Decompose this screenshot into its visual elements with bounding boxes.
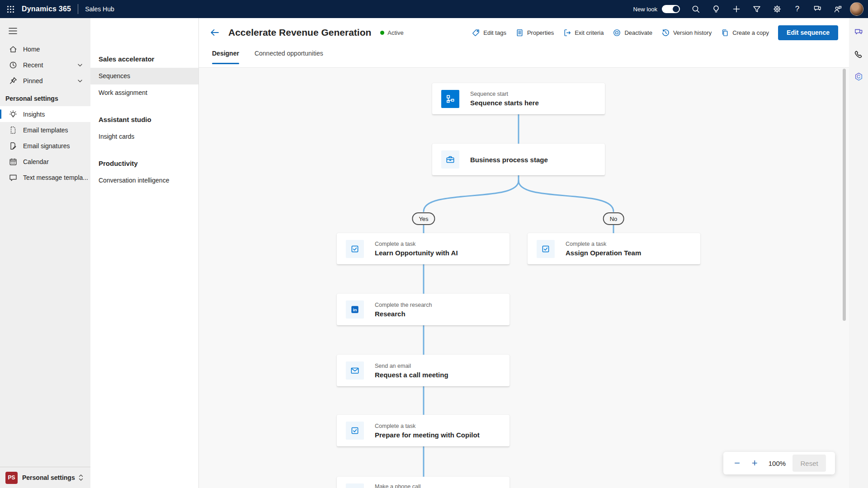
briefcase-icon <box>441 150 459 169</box>
sidebar-item-calendar[interactable]: Calendar <box>0 154 90 169</box>
settings-sub-panel: Sales accelerator Sequences Work assignm… <box>90 18 199 488</box>
help-icon[interactable]: ? <box>787 0 807 18</box>
node-subtitle: Complete the research <box>375 301 432 309</box>
node-title: Prepare for meeting with Copilot <box>375 430 480 440</box>
flow-node-sequence-start[interactable]: Sequence start Sequence starts here <box>432 83 605 114</box>
hamburger-menu-icon[interactable] <box>6 25 19 37</box>
group-header-productivity: Productivity <box>90 155 198 172</box>
edit-tags-button[interactable]: Edit tags <box>472 28 506 37</box>
app-name[interactable]: Sales Hub <box>85 5 114 13</box>
flow-node-research[interactable]: in Complete the research Research <box>337 294 509 325</box>
node-title: Assign Operation Team <box>566 248 641 258</box>
panel-item-sequences[interactable]: Sequences <box>90 68 198 84</box>
sidebar-item-label: Pinned <box>23 77 43 84</box>
create-copy-button[interactable]: Create a copy <box>721 28 769 37</box>
panel-item-work-assignment[interactable]: Work assignment <box>90 84 198 101</box>
group-header-sales-accelerator: Sales accelerator <box>90 51 198 68</box>
node-subtitle: Complete a task <box>566 240 641 248</box>
node-title: Sequence starts here <box>470 98 539 108</box>
tab-designer[interactable]: Designer <box>212 47 239 67</box>
tab-bar: Designer Connected opportunities <box>199 47 849 67</box>
zoom-out-button[interactable]: − <box>734 458 740 468</box>
email-signature-icon <box>9 141 18 150</box>
group-header-assistant-studio: Assistant studio <box>90 111 198 128</box>
search-icon[interactable] <box>685 0 706 18</box>
phone-dialer-icon[interactable] <box>853 49 864 60</box>
brand-title[interactable]: Dynamics 365 <box>22 5 71 13</box>
clock-icon <box>9 61 18 70</box>
panel-item-insight-cards[interactable]: Insight cards <box>90 128 198 145</box>
flow-node-prepare-meeting-copilot[interactable]: Complete a task Prepare for meeting with… <box>337 415 509 446</box>
sequence-designer-canvas[interactable]: Sequence start Sequence starts here Busi… <box>199 68 849 488</box>
lightbulb-icon[interactable] <box>706 0 726 18</box>
new-look-toggle[interactable] <box>662 5 680 13</box>
unfold-chevrons-icon[interactable] <box>78 474 84 482</box>
branch-label-yes[interactable]: Yes <box>412 212 435 225</box>
teams-chat-icon[interactable] <box>853 27 864 38</box>
flow-node-make-phone-call[interactable]: Make a phone call <box>337 477 509 488</box>
tab-connected-opportunities[interactable]: Connected opportunities <box>255 47 323 67</box>
copy-icon <box>721 28 729 37</box>
toolbar-label: Deactivate <box>624 29 652 36</box>
phone-call-icon <box>346 483 364 488</box>
zoom-reset-button[interactable]: Reset <box>793 455 826 472</box>
sidebar-item-text-message-templates[interactable]: Text message templa... <box>0 169 90 185</box>
share-person-icon[interactable] <box>828 0 848 18</box>
chevron-down-icon[interactable] <box>77 62 83 68</box>
sidebar-item-label: Text message templa... <box>23 174 88 181</box>
app-launcher-icon[interactable] <box>0 0 21 18</box>
topbar-divider <box>78 4 78 14</box>
toggle-knob <box>673 6 679 12</box>
zoom-in-button[interactable]: + <box>752 458 758 468</box>
left-sidebar: Home Recent Pinned Personal settings Ins… <box>0 18 90 488</box>
flow-node-business-process-stage[interactable]: Business process stage <box>432 144 605 175</box>
toolbar-label: Properties <box>527 29 554 36</box>
copilot-icon[interactable] <box>853 71 864 82</box>
node-subtitle: Complete a task <box>375 422 480 430</box>
personal-settings-footer[interactable]: PS Personal settings <box>0 467 90 488</box>
node-subtitle: Make a phone call <box>375 483 420 488</box>
flow-node-learn-opportunity[interactable]: Complete a task Learn Opportunity with A… <box>337 233 509 264</box>
settings-gear-icon[interactable] <box>767 0 787 18</box>
sidebar-item-email-signatures[interactable]: Email signatures <box>0 138 90 154</box>
branch-label-no[interactable]: No <box>603 212 624 225</box>
exit-criteria-button[interactable]: Exit criteria <box>563 28 604 37</box>
history-icon <box>661 28 670 37</box>
svg-text:in: in <box>353 307 357 312</box>
sidebar-item-email-templates[interactable]: Email templates <box>0 122 90 138</box>
calendar-icon <box>9 157 18 166</box>
sidebar-item-label: Home <box>23 46 40 53</box>
chevron-down-icon[interactable] <box>77 78 83 84</box>
task-checkbox-icon <box>537 240 555 258</box>
task-checkbox-icon <box>346 240 364 258</box>
sidebar-item-pinned[interactable]: Pinned <box>0 73 90 89</box>
sidebar-item-recent[interactable]: Recent <box>0 57 90 73</box>
header-toolbar: Edit tags Properties Exit criteria Deact… <box>472 25 838 40</box>
add-icon[interactable] <box>726 0 746 18</box>
toolbar-label: Exit criteria <box>575 29 604 36</box>
deactivate-button[interactable]: Deactivate <box>613 28 652 37</box>
node-title: Research <box>375 309 432 319</box>
canvas-zoom-control: − + 100% Reset <box>723 452 835 474</box>
canvas-scrollbar[interactable] <box>843 69 846 321</box>
flow-node-assign-operation-team[interactable]: Complete a task Assign Operation Team <box>528 233 700 264</box>
filter-icon[interactable] <box>746 0 767 18</box>
panel-spacer <box>90 101 198 111</box>
feedback-icon[interactable] <box>807 0 828 18</box>
edit-sequence-button[interactable]: Edit sequence <box>778 25 838 40</box>
ps-initials-badge: PS <box>5 472 18 484</box>
panel-item-conversation-intelligence[interactable]: Conversation intelligence <box>90 172 198 189</box>
user-avatar[interactable] <box>850 2 863 16</box>
flow-node-request-call-meeting[interactable]: Send an email Request a call meeting <box>337 355 509 386</box>
panel-spacer <box>90 145 198 155</box>
sidebar-item-insights[interactable]: Insights <box>0 106 90 122</box>
properties-button[interactable]: Properties <box>515 28 554 37</box>
deactivate-icon <box>613 28 621 37</box>
pin-icon <box>9 76 18 85</box>
back-arrow-icon[interactable] <box>207 25 222 40</box>
version-history-button[interactable]: Version history <box>661 28 712 37</box>
insights-icon <box>9 110 18 119</box>
email-template-icon <box>9 126 18 135</box>
sidebar-item-home[interactable]: Home <box>0 41 90 57</box>
top-navigation-bar: Dynamics 365 Sales Hub New look ? <box>0 0 868 18</box>
